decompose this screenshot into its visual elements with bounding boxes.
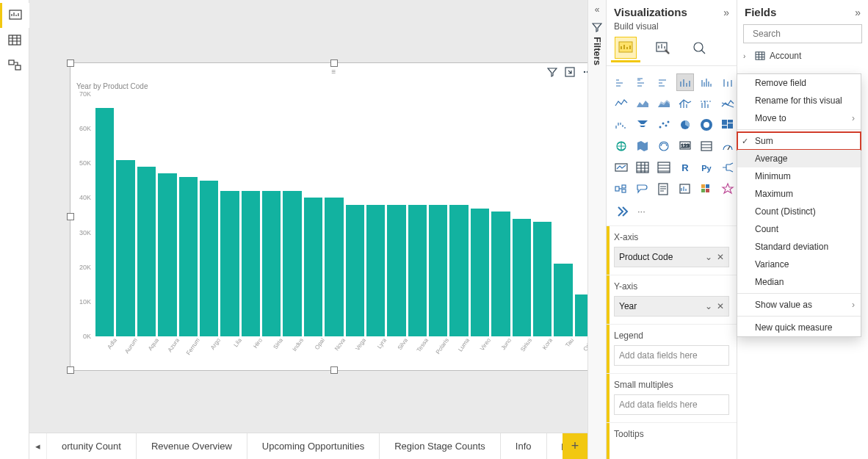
- chart-bar[interactable]: [262, 191, 281, 336]
- viz-type-icon[interactable]: [719, 180, 737, 198]
- chart-bar[interactable]: [449, 205, 468, 336]
- viz-type-icon[interactable]: [676, 95, 694, 112]
- model-view-button[interactable]: [0, 53, 29, 78]
- resize-handle-tl[interactable]: [67, 59, 74, 67]
- field-search-box[interactable]: [743, 24, 862, 43]
- collapse-visualizations-button[interactable]: »: [723, 7, 729, 18]
- viz-type-icon[interactable]: [719, 159, 737, 176]
- page-tab[interactable]: ortunity Count: [47, 433, 137, 459]
- chart-bar[interactable]: [200, 181, 218, 336]
- x-axis-field-dropdown[interactable]: ⌄: [705, 252, 712, 262]
- page-tab[interactable]: Upcoming Opportunities: [247, 433, 380, 459]
- build-tab[interactable]: [615, 37, 636, 58]
- context-menu-item[interactable]: New quick measure: [737, 319, 861, 336]
- viz-type-icon[interactable]: [719, 95, 737, 112]
- page-tab[interactable]: Revenue Overview: [137, 433, 247, 459]
- viz-type-icon[interactable]: [719, 116, 737, 134]
- y-axis-field-remove[interactable]: ✕: [717, 301, 724, 311]
- viz-type-icon[interactable]: [612, 137, 630, 155]
- chart-bar[interactable]: [346, 205, 364, 336]
- chart-bar[interactable]: [513, 219, 531, 336]
- x-axis-well[interactable]: Product Code ⌄ ✕: [614, 247, 729, 267]
- resize-handle-bm[interactable]: [330, 366, 338, 374]
- viz-type-icon[interactable]: [655, 95, 673, 112]
- context-menu-item[interactable]: Variance: [737, 256, 861, 273]
- data-view-button[interactable]: [0, 28, 29, 53]
- viz-type-icon[interactable]: [655, 180, 673, 198]
- viz-type-icon[interactable]: R: [676, 159, 694, 176]
- viz-type-icon[interactable]: [612, 116, 630, 134]
- get-more-visuals-button[interactable]: [614, 202, 632, 220]
- viz-type-icon[interactable]: [719, 73, 737, 91]
- chart-bar[interactable]: [304, 198, 322, 336]
- legend-well[interactable]: Add data fields here: [614, 345, 729, 366]
- small-multiples-well[interactable]: Add data fields here: [614, 394, 729, 415]
- viz-type-icon[interactable]: [612, 159, 630, 176]
- viz-type-icon[interactable]: [655, 159, 673, 176]
- viz-type-icon[interactable]: [655, 116, 673, 134]
- viz-grid-more-button[interactable]: ···: [637, 206, 645, 217]
- chart-bar[interactable]: [283, 191, 301, 336]
- focus-mode-button[interactable]: [564, 66, 576, 78]
- viz-type-icon[interactable]: [698, 95, 715, 112]
- chart-bar[interactable]: [158, 173, 176, 336]
- viz-type-icon[interactable]: [634, 180, 651, 198]
- viz-type-icon[interactable]: [634, 137, 651, 155]
- viz-type-icon[interactable]: [655, 137, 673, 155]
- viz-type-icon[interactable]: [634, 73, 651, 91]
- context-menu-item[interactable]: Show value as›: [737, 296, 861, 314]
- viz-type-icon[interactable]: [655, 73, 673, 91]
- viz-type-icon[interactable]: [676, 73, 694, 91]
- viz-type-icon[interactable]: [676, 180, 694, 198]
- chart-bar[interactable]: [387, 205, 405, 336]
- context-menu-item[interactable]: Count (Distinct): [737, 203, 861, 220]
- viz-type-icon[interactable]: [634, 159, 651, 176]
- viz-type-icon[interactable]: [698, 180, 715, 198]
- chart-bar[interactable]: [242, 191, 260, 336]
- resize-handle-bl[interactable]: [67, 366, 74, 374]
- add-page-button[interactable]: +: [563, 433, 587, 459]
- chart-bar[interactable]: [575, 294, 587, 336]
- y-axis-well[interactable]: Year ⌄ ✕: [614, 296, 729, 317]
- viz-type-icon[interactable]: [698, 73, 715, 91]
- chart-bar[interactable]: [116, 160, 134, 336]
- analytics-tab[interactable]: [689, 37, 709, 58]
- resize-handle-tm[interactable]: [330, 59, 338, 67]
- viz-type-icon[interactable]: [676, 116, 694, 134]
- selected-visual[interactable]: ≡ Year by Product Code 0K10K20K30K40: [70, 62, 587, 371]
- chart-bar[interactable]: [220, 191, 239, 336]
- viz-type-icon[interactable]: [698, 137, 715, 155]
- context-menu-item[interactable]: Maximum: [737, 185, 861, 203]
- viz-type-icon[interactable]: [612, 95, 630, 112]
- chart-bar[interactable]: [429, 205, 447, 336]
- format-tab[interactable]: [652, 37, 673, 58]
- page-tab[interactable]: Info: [501, 433, 547, 459]
- tab-scroll-left[interactable]: ◂: [29, 433, 47, 459]
- filters-pane-label[interactable]: Filters: [592, 37, 603, 65]
- chart-bar[interactable]: [408, 205, 427, 336]
- context-menu-item[interactable]: Average: [737, 150, 861, 167]
- chart-bar[interactable]: [137, 167, 156, 336]
- viz-type-icon[interactable]: [612, 73, 630, 91]
- visual-drag-grip[interactable]: ≡: [332, 68, 337, 76]
- chart-bar[interactable]: [491, 212, 510, 336]
- viz-type-icon[interactable]: [612, 180, 630, 198]
- context-menu-item[interactable]: ✓Sum: [737, 132, 861, 150]
- viz-type-icon[interactable]: [634, 95, 651, 112]
- page-tab[interactable]: Region Stage Counts: [380, 433, 501, 459]
- context-menu-item[interactable]: Standard deviation: [737, 238, 861, 256]
- context-menu-item[interactable]: Remove field: [737, 74, 861, 92]
- expand-filters-button[interactable]: «: [595, 4, 600, 15]
- x-axis-field-remove[interactable]: ✕: [717, 252, 724, 262]
- viz-type-icon[interactable]: [634, 116, 651, 134]
- viz-type-icon[interactable]: Py: [698, 159, 715, 176]
- chart-bar[interactable]: [554, 264, 572, 336]
- visual-filter-icon[interactable]: [546, 66, 558, 78]
- chart-bar[interactable]: [325, 198, 343, 336]
- context-menu-item[interactable]: Median: [737, 273, 861, 291]
- viz-type-icon[interactable]: [698, 116, 715, 134]
- chart-bar[interactable]: [95, 108, 114, 336]
- viz-type-icon[interactable]: [719, 137, 737, 155]
- page-tab[interactable]: Page 1: [547, 433, 563, 459]
- chart-bar[interactable]: [179, 177, 198, 336]
